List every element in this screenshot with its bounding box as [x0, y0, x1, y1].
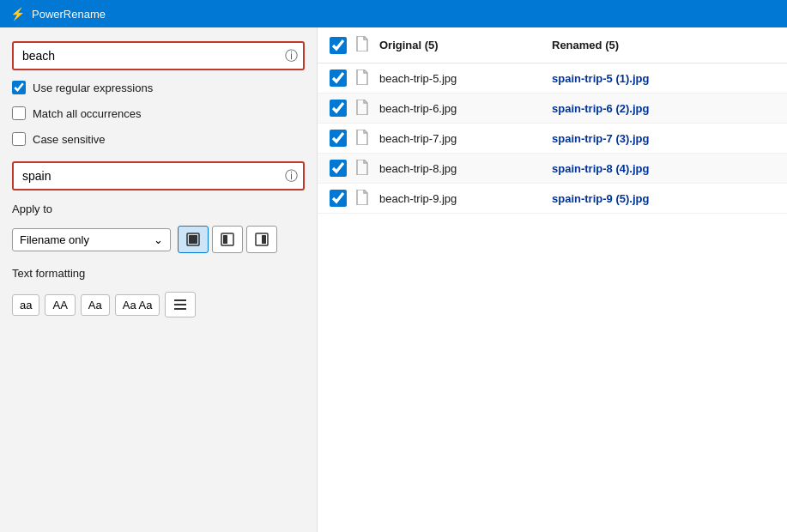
match-all-label[interactable]: Match all occurrences	[33, 107, 141, 120]
search-input[interactable]	[12, 41, 305, 70]
apply-to-label: Apply to	[12, 203, 305, 215]
replace-info-icon[interactable]: ⓘ	[285, 168, 298, 184]
table-row: beach-trip-7.jpg spain-trip-7 (3).jpg	[318, 124, 787, 154]
apply-to-value: Filename only	[20, 233, 89, 246]
file-original-name: beach-trip-6.jpg	[379, 102, 552, 115]
scope-last-button[interactable]	[246, 226, 277, 253]
svg-rect-8	[174, 308, 186, 310]
file-icon	[355, 100, 371, 117]
fmt-uppercase-button[interactable]: AA	[45, 294, 75, 316]
file-renamed-name: spain-trip-5 (1).jpg	[552, 72, 775, 85]
app-title: PowerRename	[32, 8, 106, 21]
file-original-name: beach-trip-8.jpg	[379, 162, 552, 175]
scope-last-icon	[255, 233, 269, 246]
file-renamed-name: spain-trip-7 (3).jpg	[552, 132, 775, 145]
row-checkbox[interactable]	[330, 190, 347, 207]
search-box-wrapper: ⓘ	[12, 41, 305, 70]
row-checkbox[interactable]	[330, 160, 347, 177]
case-sensitive-checkbox[interactable]	[12, 132, 26, 146]
file-original-name: beach-trip-9.jpg	[379, 192, 552, 205]
use-regex-checkbox[interactable]	[12, 81, 26, 94]
col-original-header: Original (5)	[379, 39, 552, 51]
svg-rect-3	[223, 235, 227, 244]
table-row: beach-trip-8.jpg spain-trip-8 (4).jpg	[318, 154, 787, 184]
list-icon	[173, 298, 187, 311]
file-icon	[355, 160, 371, 177]
text-formatting-label: Text formatting	[12, 267, 305, 280]
fmt-list-button[interactable]	[165, 292, 196, 317]
scope-first-icon	[221, 233, 234, 246]
file-original-name: beach-trip-7.jpg	[379, 132, 552, 145]
file-original-name: beach-trip-5.jpg	[379, 72, 552, 85]
table-row: beach-trip-6.jpg spain-trip-6 (2).jpg	[318, 94, 787, 124]
format-buttons: aa AA Aa Aa Aa	[12, 292, 305, 317]
use-regex-row: Use regular expressions	[12, 79, 305, 96]
main-layout: ⓘ Use regular expressions Match all occu…	[0, 27, 787, 532]
svg-rect-5	[262, 235, 266, 244]
case-sensitive-row: Case sensitive	[12, 130, 305, 148]
svg-rect-7	[174, 304, 186, 305]
svg-rect-6	[174, 299, 186, 301]
fmt-titlecase2-button[interactable]: Aa Aa	[115, 294, 160, 316]
case-sensitive-label[interactable]: Case sensitive	[33, 133, 106, 146]
fmt-lowercase-button[interactable]: aa	[12, 294, 39, 316]
file-icon	[355, 70, 371, 87]
replace-box-wrapper: ⓘ	[12, 161, 305, 190]
col-renamed-header: Renamed (5)	[552, 39, 775, 51]
file-header-icon	[355, 36, 371, 54]
apply-to-row: Filename only ⌄	[12, 226, 305, 253]
file-icon	[355, 190, 371, 207]
search-info-icon[interactable]: ⓘ	[285, 48, 298, 64]
file-renamed-name: spain-trip-9 (5).jpg	[552, 192, 775, 205]
left-panel: ⓘ Use regular expressions Match all occu…	[0, 27, 318, 532]
chevron-down-icon: ⌄	[154, 233, 163, 246]
app-icon: ⚡	[10, 7, 25, 21]
apply-to-select[interactable]: Filename only ⌄	[12, 228, 171, 251]
file-list-header: Original (5) Renamed (5)	[318, 27, 787, 63]
right-panel: Original (5) Renamed (5) beach-trip-5.jp…	[318, 27, 787, 532]
fmt-titlecase-button[interactable]: Aa	[81, 294, 110, 316]
match-all-row: Match all occurrences	[12, 105, 305, 122]
file-list: beach-trip-5.jpg spain-trip-5 (1).jpg be…	[318, 63, 787, 214]
match-all-checkbox[interactable]	[12, 106, 26, 120]
svg-rect-1	[189, 235, 197, 244]
table-row: beach-trip-9.jpg spain-trip-9 (5).jpg	[318, 184, 787, 214]
scope-all-button[interactable]	[178, 226, 209, 253]
row-checkbox[interactable]	[330, 70, 347, 87]
scope-first-button[interactable]	[212, 226, 243, 253]
file-renamed-name: spain-trip-6 (2).jpg	[552, 102, 775, 115]
table-row: beach-trip-5.jpg spain-trip-5 (1).jpg	[318, 63, 787, 94]
header-select-all-checkbox[interactable]	[330, 37, 347, 54]
use-regex-label[interactable]: Use regular expressions	[33, 82, 153, 94]
file-icon	[355, 130, 371, 147]
row-checkbox[interactable]	[330, 100, 347, 117]
file-renamed-name: spain-trip-8 (4).jpg	[552, 162, 775, 175]
title-bar: ⚡ PowerRename	[0, 0, 787, 27]
scope-buttons	[178, 226, 277, 253]
row-checkbox[interactable]	[330, 130, 347, 147]
replace-input[interactable]	[12, 161, 305, 190]
scope-all-icon	[186, 233, 200, 246]
